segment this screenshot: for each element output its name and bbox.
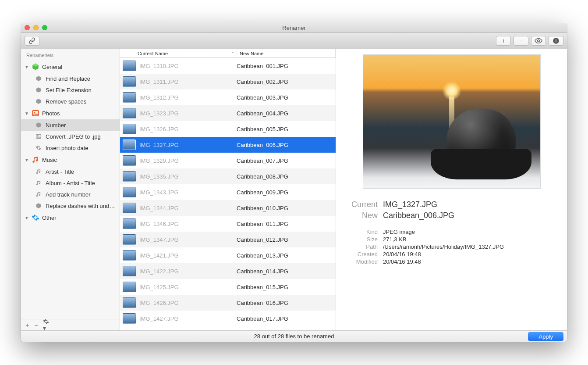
thumbnail-icon	[123, 313, 136, 324]
link-button[interactable]	[25, 36, 39, 46]
add-button[interactable]: +	[496, 36, 511, 46]
cube-green-icon	[32, 63, 39, 71]
metadata: CurrentIMG_1327.JPG NewCaribbean_006.JPG…	[345, 199, 558, 265]
cell-new-name: Caribbean_017.JPG	[237, 315, 333, 322]
statusbar: 28 out of 28 files to be renamed Apply	[21, 330, 567, 342]
table-row[interactable]: IMG_1323.JPGCaribbean_004.JPG	[120, 105, 336, 121]
thumbnail-icon	[123, 124, 136, 134]
table-row[interactable]: IMG_1329.JPGCaribbean_007.JPG	[120, 153, 336, 168]
thumbnail-icon	[123, 297, 136, 308]
thumbnail-icon	[123, 234, 136, 245]
link-icon	[28, 37, 35, 44]
sidebar-header: Renamerlets	[21, 49, 120, 61]
table-row[interactable]: IMG_1347.JPGCaribbean_012.JPG	[120, 232, 336, 247]
preview-button[interactable]	[531, 36, 546, 46]
image-icon	[35, 133, 42, 140]
table-row[interactable]: IMG_1311.JPGCaribbean_002.JPG	[120, 74, 336, 89]
titlebar: Renamer	[21, 23, 567, 33]
sidebar-item[interactable]: Insert photo date	[21, 142, 120, 154]
sidebar-add-button[interactable]: +	[25, 322, 29, 329]
cell-current-name: IMG_1311.JPG	[139, 79, 237, 85]
value-size: 271,3 KB	[383, 236, 407, 243]
table-row[interactable]: IMG_1422.JPGCaribbean_014.JPG	[120, 263, 336, 279]
thumbnail-icon	[123, 140, 136, 150]
cell-current-name: IMG_1426.JPG	[139, 300, 237, 306]
column-current-name[interactable]: Current Name ˄	[120, 49, 237, 57]
maximize-icon[interactable]	[42, 25, 47, 30]
sidebar-group-music[interactable]: ▼Music	[21, 154, 120, 166]
sidebar-group-photos[interactable]: ▼Photos	[21, 107, 120, 119]
remove-button[interactable]: −	[514, 36, 528, 46]
column-label: New Name	[240, 51, 263, 56]
thumbnail-icon	[123, 203, 136, 213]
thumbnail-icon	[123, 171, 136, 182]
thumbnail-icon	[123, 250, 136, 261]
thumbnail-icon	[123, 187, 136, 197]
info-button[interactable]	[549, 36, 563, 46]
group-label: Music	[42, 157, 57, 163]
sidebar-item[interactable]: Number	[21, 119, 120, 131]
table-row[interactable]: IMG_1426.JPGCaribbean_016.JPG	[120, 295, 336, 311]
sidebar-item[interactable]: Artist - Title	[21, 166, 120, 177]
svg-point-0	[538, 40, 540, 42]
svg-rect-2	[556, 40, 556, 43]
sidebar-item[interactable]: Add track number	[21, 189, 120, 200]
table-row[interactable]: IMG_1346.JPGCaribbean_011.JPG	[120, 216, 336, 232]
table-row[interactable]: IMG_1343.JPGCaribbean_009.JPG	[120, 184, 336, 200]
thumbnail-icon	[123, 218, 136, 229]
label-current: Current	[345, 200, 378, 209]
sidebar-group-general[interactable]: ▼General	[21, 61, 120, 73]
apply-button[interactable]: Apply	[528, 332, 563, 341]
cell-new-name: Caribbean_001.JPG	[237, 63, 333, 69]
window-controls	[25, 25, 47, 30]
sidebar-item-label: Remove spaces	[46, 98, 86, 105]
sidebar-remove-button[interactable]: −	[34, 322, 38, 329]
close-icon[interactable]	[25, 25, 30, 30]
table-row[interactable]: IMG_1312.JPGCaribbean_003.JPG	[120, 89, 336, 105]
cell-current-name: IMG_1343.JPG	[139, 189, 237, 196]
sidebar-item[interactable]: Remove spaces	[21, 96, 120, 107]
sidebar-settings-button[interactable]: ▾	[43, 318, 49, 331]
sidebar-list: ▼GeneralFind and ReplaceSet File Extensi…	[21, 61, 120, 319]
table-rows[interactable]: IMG_1310.JPGCaribbean_001.JPGIMG_1311.JP…	[120, 58, 336, 330]
group-label: General	[42, 64, 62, 70]
sidebar-item-label: Set File Extension	[46, 87, 92, 93]
cell-new-name: Caribbean_007.JPG	[237, 157, 333, 164]
cell-current-name: IMG_1422.JPG	[139, 268, 237, 275]
column-new-name[interactable]: New Name	[237, 49, 336, 57]
cube-icon	[35, 202, 42, 209]
table-row[interactable]: IMG_1344.JPGCaribbean_010.JPG	[120, 200, 336, 216]
cell-new-name: Caribbean_009.JPG	[237, 189, 333, 196]
cell-new-name: Caribbean_003.JPG	[237, 94, 333, 101]
sidebar-item[interactable]: Set File Extension	[21, 84, 120, 96]
sidebar-item-label: Album - Artist - Title	[46, 180, 95, 186]
minimize-icon[interactable]	[33, 25, 39, 30]
table-row[interactable]: IMG_1421.JPGCaribbean_013.JPG	[120, 247, 336, 263]
sidebar-group-other[interactable]: ▼Other	[21, 211, 120, 224]
thumbnail-icon	[123, 155, 136, 166]
sidebar-item-label: Replace dashes with unde...	[46, 203, 117, 209]
body: Renamerlets ▼GeneralFind and ReplaceSet …	[21, 49, 567, 330]
table-row[interactable]: IMG_1327.JPGCaribbean_006.JPG	[120, 137, 336, 153]
cell-new-name: Caribbean_008.JPG	[237, 173, 333, 180]
gear-blue-icon	[32, 214, 39, 222]
table-row[interactable]: IMG_1427.JPGCaribbean_017.JPG	[120, 311, 336, 326]
sidebar-item[interactable]: Find and Replace	[21, 73, 120, 84]
sidebar-item[interactable]: Convert .JPEG to .jpg	[21, 131, 120, 142]
value-modified: 20/04/16 19:48	[383, 258, 421, 265]
column-label: Current Name	[138, 51, 168, 56]
table-row[interactable]: IMG_1310.JPGCaribbean_001.JPG	[120, 58, 336, 74]
table-row[interactable]: IMG_1335.JPGCaribbean_008.JPG	[120, 168, 336, 184]
sidebar-item-label: Insert photo date	[46, 145, 89, 151]
cell-current-name: IMG_1335.JPG	[139, 173, 237, 180]
sidebar-item-label: Artist - Title	[46, 168, 74, 175]
table-row[interactable]: IMG_1425.JPGCaribbean_015.JPG	[120, 279, 336, 295]
image-orange-icon	[32, 109, 39, 117]
table-row[interactable]: IMG_1326.JPGCaribbean_005.JPG	[120, 121, 336, 137]
sidebar-item[interactable]: Album - Artist - Title	[21, 177, 120, 189]
info-icon	[553, 37, 560, 44]
value-current: IMG_1327.JPG	[383, 200, 437, 209]
gear-icon	[35, 144, 42, 151]
thumbnail-icon	[123, 266, 136, 276]
sidebar-item[interactable]: Replace dashes with unde...	[21, 200, 120, 211]
